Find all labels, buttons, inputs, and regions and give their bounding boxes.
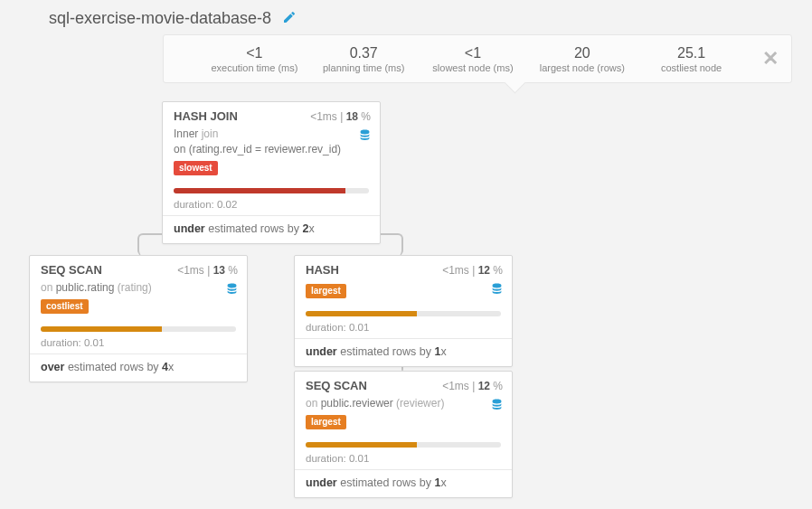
database-icon[interactable] [359,128,371,144]
duration-bar [306,442,501,448]
database-icon[interactable] [491,282,503,297]
node-stats: <1ms | 18 % [310,110,371,123]
database-icon[interactable] [226,282,238,297]
duration-label: duration: 0.02 [163,197,380,215]
node-title: HASH JOIN [174,109,238,123]
node-stats: <1ms | 12 % [442,264,503,277]
node-seq-scan-rating[interactable]: SEQ SCAN <1ms | 13 % on public.rating (r… [29,255,248,382]
tag-largest: largest [306,415,346,429]
tag-slowest: slowest [174,161,218,175]
duration-label: duration: 0.01 [295,451,512,469]
node-desc: Inner join [174,127,369,141]
duration-bar [41,326,236,332]
node-stats: <1ms | 13 % [177,264,238,277]
duration-bar [174,188,369,193]
node-desc: on (rating.rev_id = reviewer.rev_id) [174,142,369,156]
node-desc: on public.reviewer (reviewer) [306,396,501,410]
duration-label: duration: 0.01 [295,320,512,338]
node-title: HASH [306,263,339,277]
estimate-row: under estimated rows by 1x [295,339,512,366]
node-title: SEQ SCAN [41,263,102,277]
node-seq-scan-reviewer[interactable]: SEQ SCAN <1ms | 12 % on public.reviewer … [294,371,513,498]
plan-canvas: HASH JOIN <1ms | 18 % Inner join on (rat… [0,0,812,509]
node-desc: on public.rating (rating) [41,280,236,295]
estimate-row: over estimated rows by 4x [30,354,247,382]
node-title: SEQ SCAN [306,379,367,392]
estimate-row: under estimated rows by 2x [163,216,380,243]
tag-largest: largest [306,284,346,298]
estimate-row: under estimated rows by 1x [295,470,512,497]
tag-costliest: costliest [41,299,89,314]
node-stats: <1ms | 12 % [442,380,503,392]
database-icon[interactable] [491,398,503,413]
duration-label: duration: 0.01 [30,335,247,353]
node-hash-join[interactable]: HASH JOIN <1ms | 18 % Inner join on (rat… [162,101,381,244]
node-hash[interactable]: HASH <1ms | 12 % largest duration: 0.01 … [294,255,513,367]
duration-bar [306,311,501,316]
